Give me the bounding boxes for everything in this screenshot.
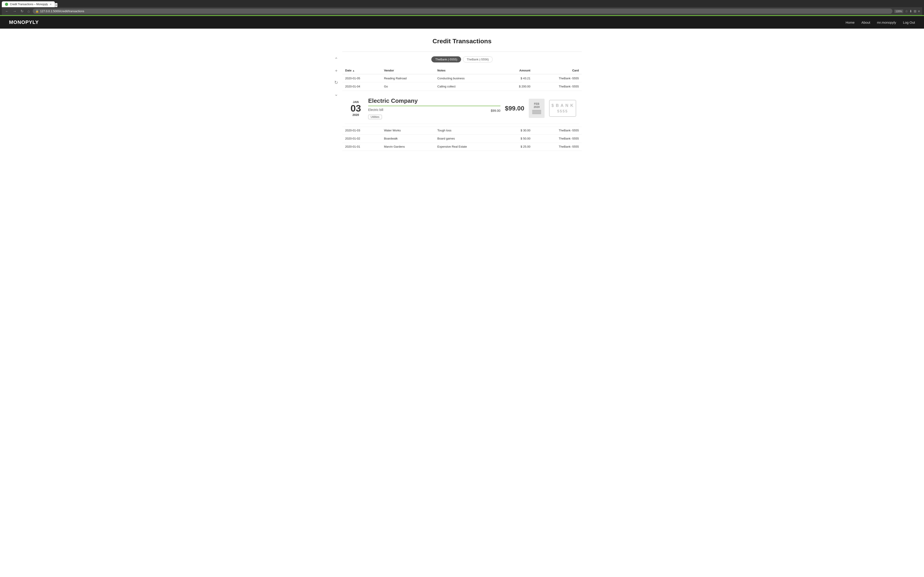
- expanded-amount-detail: $99.00: [491, 109, 501, 113]
- cell-amount: $ 200.00: [501, 82, 533, 90]
- cell-card: TheBank -5555: [533, 143, 582, 151]
- cell-amount: $ 30.00: [501, 126, 533, 135]
- cell-date: 2020-01-01: [342, 143, 381, 151]
- cell-card: TheBank -5555: [533, 82, 582, 90]
- app-logo: MONOPYLY: [9, 19, 39, 25]
- sort-arrow-icon: ▲: [352, 69, 355, 72]
- app-header: MONOPYLY Home About mr.monopyly Log Out: [0, 15, 924, 29]
- cell-vendor: Go: [381, 82, 435, 90]
- expanded-date: JAN 03 2020: [348, 100, 363, 116]
- scroll-down-button[interactable]: ⌄: [333, 90, 339, 98]
- scroll-up-button[interactable]: ⌃: [333, 56, 339, 63]
- filter-tab-5555[interactable]: TheBank (-5555): [431, 56, 461, 63]
- toolbar-icons: ☆ ⬇ ⊞ ≡: [905, 9, 920, 13]
- nav-home[interactable]: Home: [845, 21, 855, 24]
- table-row[interactable]: 2020-01-04 Go Calling collect $ 200.00 T…: [342, 82, 582, 90]
- cell-date: 2020-01-02: [342, 135, 381, 143]
- statement-icon[interactable]: FEB 2020: [529, 99, 544, 118]
- expanded-day: 03: [348, 104, 363, 113]
- security-icon: 🔒: [36, 10, 39, 13]
- expanded-note: Electric bill: [368, 108, 383, 111]
- back-button[interactable]: ←: [4, 9, 10, 14]
- add-button[interactable]: +: [334, 68, 339, 74]
- col-card: Card: [533, 67, 582, 74]
- card-icon[interactable]: $ B A N K 5555: [549, 100, 576, 117]
- table-row[interactable]: 2020-01-03 Water Works Tough loss $ 30.0…: [342, 126, 582, 135]
- extensions-icon[interactable]: ⊞: [914, 9, 917, 13]
- tab-close-button[interactable]: ✕: [50, 3, 52, 6]
- bookmark-icon[interactable]: ☆: [905, 9, 908, 13]
- nav-logout[interactable]: Log Out: [903, 21, 915, 24]
- browser-tab[interactable]: Credit Transactions – Monopyly ✕: [2, 2, 55, 7]
- tab-title: Credit Transactions – Monopyly: [10, 3, 48, 6]
- col-notes: Notes: [435, 67, 501, 74]
- cell-notes: Calling collect: [435, 82, 501, 90]
- table-row[interactable]: 2020-01-01 Marvin Gardens Expensive Real…: [342, 143, 582, 151]
- table-row[interactable]: 2020-01-02 Boardwalk Board games $ 50.00…: [342, 135, 582, 143]
- title-divider: [342, 52, 582, 52]
- expanded-card: JAN 03 2020 Electric Company Electric bi…: [345, 93, 579, 124]
- statement-month: FEB: [534, 102, 540, 105]
- filter-tab-5556[interactable]: TheBank (-5556): [463, 56, 493, 63]
- menu-icon[interactable]: ≡: [918, 9, 920, 13]
- home-button[interactable]: ⌂: [26, 9, 31, 14]
- cell-vendor: Reading Railroad: [381, 74, 435, 82]
- expanded-transaction-row[interactable]: JAN 03 2020 Electric Company Electric bi…: [342, 90, 582, 126]
- cell-vendor: Boardwalk: [381, 135, 435, 143]
- filter-tabs: TheBank (-5555) TheBank (-5556): [342, 56, 582, 63]
- cell-card: TheBank -5555: [533, 126, 582, 135]
- forward-button[interactable]: →: [12, 9, 18, 14]
- main-content: ⌃ + ↻ ⌄ Credit Transactions TheBank (-55…: [338, 29, 586, 160]
- statement-lines: [532, 110, 541, 114]
- download-icon[interactable]: ⬇: [909, 9, 912, 13]
- cell-notes: Board games: [435, 135, 501, 143]
- cell-vendor: Water Works: [381, 126, 435, 135]
- side-controls: ⌃ + ↻ ⌄: [333, 56, 339, 98]
- transactions-table: Date ▲ Vendor Notes Amount Card: [342, 67, 582, 151]
- col-vendor: Vendor: [381, 67, 435, 74]
- cell-amount: $ 50.00: [501, 135, 533, 143]
- browser-chrome: Credit Transactions – Monopyly ✕ + ← → ↻…: [0, 0, 924, 15]
- cell-card: TheBank -5555: [533, 135, 582, 143]
- expanded-vendor: Electric Company: [368, 97, 500, 106]
- card-last4: 5555: [557, 109, 568, 113]
- address-bar[interactable]: 🔒: [33, 8, 892, 14]
- url-input[interactable]: [40, 10, 890, 13]
- browser-toolbar: ← → ↻ ⌂ 🔒 120% ☆ ⬇ ⊞ ≡: [2, 7, 922, 15]
- table-row[interactable]: 2020-01-05 Reading Railroad Conducting b…: [342, 74, 582, 82]
- expanded-year: 2020: [348, 113, 363, 116]
- app-nav: Home About mr.monopyly Log Out: [845, 21, 915, 24]
- nav-username: mr.monopyly: [877, 21, 896, 24]
- table-header-row: Date ▲ Vendor Notes Amount Card: [342, 67, 582, 74]
- category-tag: Utilities: [368, 115, 382, 119]
- zoom-level: 120%: [894, 10, 903, 13]
- col-date[interactable]: Date ▲: [342, 67, 381, 74]
- cell-card: TheBank -5555: [533, 74, 582, 82]
- cell-amount: $ 25.00: [501, 143, 533, 151]
- nav-about[interactable]: About: [861, 21, 870, 24]
- cell-date: 2020-01-05: [342, 74, 381, 82]
- statement-year: 2020: [534, 105, 540, 109]
- cell-notes: Expensive Real Estate: [435, 143, 501, 151]
- cell-date: 2020-01-03: [342, 126, 381, 135]
- refresh-button[interactable]: ↻: [333, 79, 339, 86]
- page-title: Credit Transactions: [342, 38, 582, 45]
- expanded-total-amount: $99.00: [505, 105, 524, 112]
- reload-button[interactable]: ↻: [19, 8, 24, 14]
- cell-amount: $ 43.21: [501, 74, 533, 82]
- col-amount: Amount: [501, 67, 533, 74]
- new-tab-button[interactable]: +: [55, 3, 58, 7]
- expanded-details: Electric Company Electric bill $99.00 Ut…: [368, 97, 500, 119]
- card-logo: $ B A N K: [552, 103, 574, 108]
- cell-notes: Tough loss: [435, 126, 501, 135]
- cell-date: 2020-01-04: [342, 82, 381, 90]
- cell-vendor: Marvin Gardens: [381, 143, 435, 151]
- tab-favicon: [5, 3, 8, 6]
- cell-notes: Conducting business: [435, 74, 501, 82]
